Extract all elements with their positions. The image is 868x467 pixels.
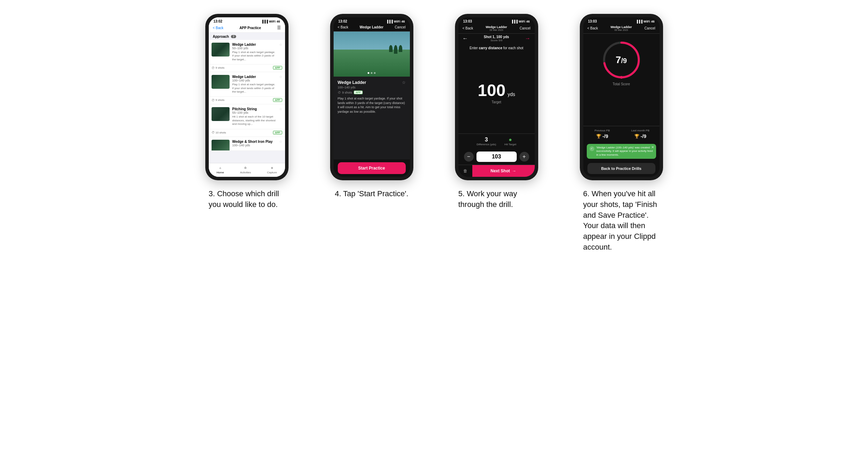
drill-detail-card: Wedge Ladder ☆ 100–140 yds ⏱ 9 shots APP… [334, 77, 410, 159]
battery-icon-4: 46 [651, 20, 654, 23]
target-display: 100 yds Target [458, 53, 535, 133]
next-shot-arrow[interactable]: → [525, 35, 531, 42]
phone-4-screen: 13:03 ▐▐▐ WiFi 46 < Back Wedge Ladder 06… [583, 17, 660, 177]
drill-star-3[interactable]: ☆ [279, 107, 282, 111]
next-shot-arrow-icon: → [512, 168, 516, 173]
drill-thumb-2 [212, 75, 230, 89]
distance-input[interactable]: 103 [476, 152, 517, 162]
phone-section-2: 13:02 ▐▐▐ WiFi 46 < Back Wedge Ladder Ca… [316, 14, 427, 199]
previous-pb-label: Previous PB [589, 129, 616, 132]
score-label: Total Score [612, 82, 630, 86]
tab-capture[interactable]: ⊕ Capture [267, 165, 277, 174]
activities-icon: ♻ [242, 165, 249, 170]
nav-cancel-3[interactable]: Cancel [519, 26, 530, 30]
drill-info-3: Pitching String 55–100 yds Hit 1 shot at… [232, 107, 276, 126]
drill-detail-header: Wedge Ladder ☆ [338, 80, 406, 85]
nav-sub-date-4: 06 Mar 2023 [615, 29, 628, 31]
increment-button[interactable]: + [519, 152, 529, 162]
score-circle: 7 /9 [601, 39, 642, 81]
next-shot-button[interactable]: Next Shot → [472, 165, 535, 177]
last-month-pb-label: Last month PB [627, 129, 654, 132]
shots-count-1: ⏱ 9 shots [212, 66, 225, 70]
screen1-content: Approach 7 Wedge Ladder 50–100 yds Play … [209, 33, 285, 163]
golf-trees [389, 45, 402, 54]
drill-yds-3: 55–100 yds [232, 111, 276, 114]
shot-info: Shot 1, 100 yds Score 5/9 [484, 35, 509, 42]
shot-nav: ← Shot 1, 100 yds Score 5/9 → [458, 34, 535, 43]
last-month-pb-score: -/9 [641, 133, 646, 139]
caption-3: 5. Work your way through the drill. [458, 189, 535, 210]
nav-sub-3: Wedge Ladder 06 Mar 2023 [485, 25, 507, 31]
drill-item-4[interactable]: Wedge & Short Iron Play 100–140 yds ☆ [209, 137, 285, 151]
dot-2 [371, 72, 372, 74]
drill-item-3[interactable]: Pitching String 55–100 yds Hit 1 shot at… [209, 104, 285, 129]
phone-3-screen: 13:03 ▐▐▐ WiFi 46 < Back Wedge Ladder 06… [458, 17, 535, 177]
last-month-pb-item: Last month PB 🏆 -/9 [627, 129, 654, 139]
wifi-icon: WiFi [269, 20, 276, 23]
drill-image-large [334, 32, 410, 77]
shots-count-2: ⏱ 9 shots [212, 98, 225, 102]
nav-menu-icon[interactable]: ☰ [277, 25, 281, 30]
nav-back-4[interactable]: < Back [587, 26, 598, 30]
tab-home[interactable]: ⌂ Home [217, 165, 224, 174]
status-time-1: 13:02 [214, 19, 223, 23]
nav-back-2[interactable]: < Back [338, 25, 349, 29]
drill-star-4[interactable]: ☆ [279, 140, 282, 144]
start-practice-button[interactable]: Start Practice [338, 162, 406, 174]
stat-hit-target: ● Hit Target [505, 137, 516, 146]
drill-star-2[interactable]: ☆ [279, 75, 282, 79]
score-circle-container: 7 /9 Total Score [583, 34, 660, 126]
wifi-icon-2: WiFi [394, 20, 401, 23]
signal-icon-2: ▐▐▐ [386, 20, 393, 23]
drill-star-1[interactable]: ☆ [279, 43, 282, 46]
screen4-content: 7 /9 Total Score Previous PB 🏆 [583, 34, 660, 177]
golf-scene [334, 32, 410, 77]
nav-cancel-4[interactable]: Cancel [644, 26, 655, 30]
trophy-icon-1: 🏆 [596, 134, 601, 139]
tab-activities[interactable]: ♻ Activities [240, 165, 251, 174]
tab-activities-label: Activities [240, 171, 251, 174]
drill-thumb-1 [212, 43, 230, 57]
drill-yds-1: 50–100 yds [232, 46, 276, 50]
golf-tree-2 [394, 45, 397, 54]
drill-detail-star[interactable]: ☆ [402, 80, 406, 85]
status-icons-3: ▐▐▐ WiFi 46 [511, 20, 530, 23]
drill-item-1[interactable]: Wedge Ladder 50–100 yds Play 1 shot at e… [209, 40, 285, 64]
status-bar-2: 13:02 ▐▐▐ WiFi 46 [334, 17, 410, 24]
battery-icon: 46 [276, 20, 280, 23]
drill-name-2: Wedge Ladder [232, 75, 276, 79]
shot-title: Shot 1, 100 yds [484, 35, 509, 39]
back-to-drills-button[interactable]: Back to Practice Drills [587, 163, 655, 174]
drill-item-2[interactable]: Wedge Ladder 100–140 yds Play 1 shot at … [209, 72, 285, 97]
nav-title-1: APP Practice [239, 26, 261, 30]
nav-back-1[interactable]: < Back [213, 26, 224, 30]
stat-difference: 3 Difference (yds) [476, 137, 496, 146]
battery-icon-3: 46 [526, 20, 530, 23]
signal-icon-3: ▐▐▐ [511, 20, 517, 23]
nav-cancel-2[interactable]: Cancel [395, 25, 405, 29]
score-text: 7 /9 [616, 55, 627, 65]
success-toast: ✓ 'Wedge Ladder (100–140 yds)' was creat… [587, 144, 656, 159]
drill-thumb-4 [212, 140, 230, 151]
status-time-4: 13:03 [588, 19, 597, 23]
drill-desc-2: Play 1 shot at each target yardage. If y… [232, 83, 276, 94]
action-row: 🗑 Next Shot → [458, 165, 535, 177]
golf-thumb-img-1 [212, 43, 230, 57]
delete-button[interactable]: 🗑 [458, 165, 472, 177]
nav-back-3[interactable]: < Back [463, 26, 473, 30]
drill-shots-label: 9 shots [342, 91, 352, 94]
image-dots [334, 71, 410, 75]
home-icon: ⌂ [217, 165, 223, 170]
decrement-button[interactable]: − [464, 152, 474, 162]
section-header: Approach 7 [209, 33, 285, 40]
drill-footer-1: ⏱ 9 shots APP [209, 64, 285, 72]
prev-shot-arrow[interactable]: ← [463, 35, 468, 42]
status-time-3: 13:03 [463, 19, 472, 23]
phone-4: 13:03 ▐▐▐ WiFi 46 < Back Wedge Ladder 06… [580, 14, 663, 180]
number-input-row: − 103 + [458, 149, 535, 165]
nav-sub-date-3: 06 Mar 2023 [490, 29, 503, 31]
drill-info-1: Wedge Ladder 50–100 yds Play 1 shot at e… [232, 43, 276, 61]
toast-close-button[interactable]: ✕ [651, 145, 654, 149]
drill-info-2: Wedge Ladder 100–140 yds Play 1 shot at … [232, 75, 276, 94]
status-bar-4: 13:03 ▐▐▐ WiFi 46 [583, 17, 660, 24]
